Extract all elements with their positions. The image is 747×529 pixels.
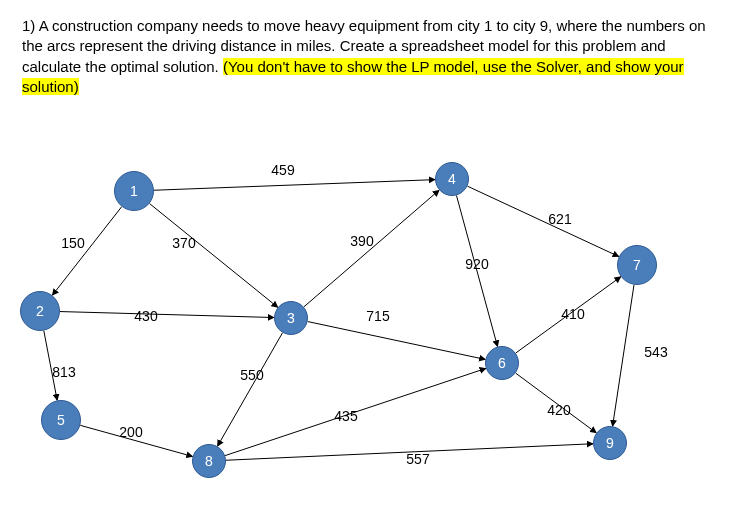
node-7: 7 [617,245,657,285]
edge-7-9 [613,285,634,426]
node-2: 2 [20,291,60,331]
edge-4-7 [467,186,618,256]
edge-weight-3-6: 715 [366,308,389,324]
edge-weight-2-3: 430 [134,308,157,324]
node-1: 1 [114,171,154,211]
edge-3-8 [217,333,282,447]
edge-weight-4-6: 920 [465,256,488,272]
edge-weight-2-5: 813 [52,364,75,380]
edge-weight-8-6: 435 [334,408,357,424]
node-9: 9 [593,426,627,460]
node-6: 6 [485,346,519,380]
edge-weight-6-7: 410 [561,306,584,322]
node-3: 3 [274,301,308,335]
edge-weight-6-9: 420 [547,402,570,418]
edge-weight-1-2: 150 [61,235,84,251]
node-4: 4 [435,162,469,196]
network-graph: 1503704594308133907155509206212004104205… [0,0,747,529]
edge-weight-3-4: 390 [350,233,373,249]
edge-weight-1-3: 370 [172,235,195,251]
edge-weight-5-8: 200 [119,424,142,440]
edge-1-4 [154,180,435,191]
edge-weight-4-7: 621 [548,211,571,227]
edge-weight-8-9: 557 [406,451,429,467]
edge-1-2 [52,207,121,296]
node-5: 5 [41,400,81,440]
edge-weight-1-4: 459 [271,162,294,178]
edge-weight-3-8: 550 [240,367,263,383]
node-8: 8 [192,444,226,478]
edge-weight-7-9: 543 [644,344,667,360]
edge-3-6 [308,322,486,360]
edge-1-3 [150,204,278,308]
edge-2-3 [60,312,274,318]
